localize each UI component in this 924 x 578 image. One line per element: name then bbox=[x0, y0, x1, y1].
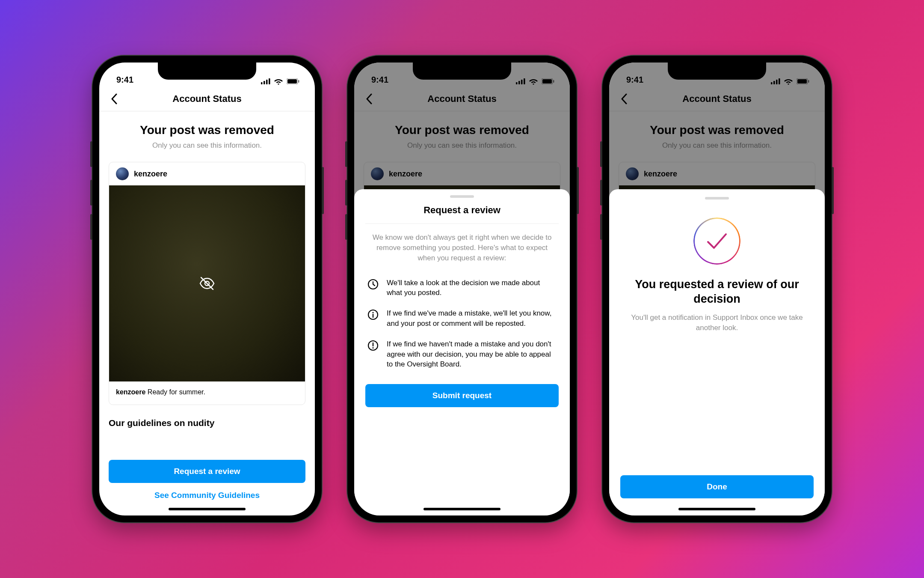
page-heading: Your post was removed bbox=[109, 123, 305, 137]
review-step-2: If we find we've made a mistake, we'll l… bbox=[365, 303, 559, 334]
removed-post-card: kenzoere kenzoere Ready for summer. bbox=[109, 162, 305, 405]
page-subtitle: Only you can see this information. bbox=[109, 141, 305, 150]
back-button[interactable] bbox=[618, 92, 631, 105]
status-indicators bbox=[771, 78, 809, 85]
review-confirmation-sheet: You requested a review of our decision Y… bbox=[609, 189, 825, 515]
alert-icon bbox=[367, 339, 379, 369]
clock-icon bbox=[367, 278, 379, 298]
svg-rect-10 bbox=[521, 80, 523, 84]
submit-request-button[interactable]: Submit request bbox=[365, 384, 559, 407]
post-caption: kenzoere Ready for summer. bbox=[109, 381, 305, 405]
status-indicators bbox=[516, 78, 554, 85]
sheet-title: Request a review bbox=[365, 205, 559, 224]
svg-rect-14 bbox=[553, 80, 554, 83]
home-indicator[interactable] bbox=[424, 508, 500, 510]
confirmation-title: You requested a review of our decision bbox=[620, 277, 814, 307]
page-heading: Your post was removed bbox=[364, 123, 560, 137]
avatar bbox=[371, 167, 384, 180]
svg-point-17 bbox=[372, 312, 373, 313]
nav-title: Account Status bbox=[427, 93, 496, 104]
svg-rect-3 bbox=[269, 78, 270, 84]
svg-rect-5 bbox=[287, 79, 297, 83]
device-notch bbox=[668, 63, 766, 80]
svg-rect-9 bbox=[518, 81, 520, 84]
svg-rect-8 bbox=[516, 82, 518, 84]
svg-rect-2 bbox=[266, 80, 268, 84]
back-button[interactable] bbox=[108, 92, 121, 105]
svg-rect-25 bbox=[797, 79, 807, 83]
nav-bar: Account Status bbox=[99, 86, 315, 111]
device-notch bbox=[158, 63, 256, 80]
chevron-left-icon bbox=[111, 93, 118, 104]
battery-icon bbox=[287, 78, 299, 84]
home-indicator[interactable] bbox=[678, 508, 755, 510]
post-username: kenzoere bbox=[644, 170, 677, 179]
status-time: 9:41 bbox=[626, 75, 643, 85]
svg-rect-6 bbox=[298, 80, 299, 83]
svg-rect-0 bbox=[261, 82, 263, 84]
svg-rect-22 bbox=[776, 80, 778, 84]
battery-icon bbox=[542, 78, 554, 84]
request-review-sheet: Request a review We know we don't always… bbox=[354, 189, 570, 515]
review-step-1: We'll take a look at the decision we mad… bbox=[365, 273, 559, 304]
status-time: 9:41 bbox=[116, 75, 133, 85]
svg-rect-26 bbox=[808, 80, 809, 83]
sheet-intro: We know we don't always get it right whe… bbox=[365, 224, 559, 272]
chevron-left-icon bbox=[621, 93, 628, 104]
svg-rect-1 bbox=[264, 81, 265, 84]
page-heading: Your post was removed bbox=[619, 123, 815, 137]
cellular-icon bbox=[771, 78, 780, 84]
wifi-icon bbox=[784, 78, 793, 85]
svg-rect-13 bbox=[542, 79, 552, 83]
svg-rect-21 bbox=[773, 81, 775, 84]
chevron-left-icon bbox=[366, 93, 373, 104]
nav-bar: Account Status bbox=[354, 86, 570, 111]
done-button[interactable]: Done bbox=[620, 475, 814, 498]
success-check-icon bbox=[693, 217, 740, 265]
post-username: kenzoere bbox=[389, 170, 422, 179]
avatar bbox=[626, 167, 639, 180]
svg-point-19 bbox=[372, 347, 373, 349]
avatar bbox=[116, 167, 129, 180]
cellular-icon bbox=[516, 78, 525, 84]
page-subtitle: Only you can see this information. bbox=[619, 141, 815, 150]
svg-rect-11 bbox=[524, 78, 525, 84]
svg-rect-23 bbox=[779, 78, 780, 84]
device-notch bbox=[413, 63, 511, 80]
nav-title: Account Status bbox=[172, 93, 241, 104]
sheet-handle[interactable] bbox=[450, 195, 474, 198]
sheet-handle[interactable] bbox=[705, 197, 729, 200]
page-subtitle: Only you can see this information. bbox=[364, 141, 560, 150]
post-header: kenzoere bbox=[109, 162, 305, 185]
wifi-icon bbox=[274, 78, 283, 85]
back-button[interactable] bbox=[363, 92, 376, 105]
confirmation-subtitle: You'll get a notification in Support Inb… bbox=[620, 313, 814, 333]
status-indicators bbox=[261, 78, 299, 85]
guidelines-heading: Our guidelines on nudity bbox=[109, 418, 305, 428]
phone-mockup-2: 9:41 Account Status Your post was remove… bbox=[347, 56, 577, 522]
nav-bar: Account Status bbox=[609, 86, 825, 111]
review-step-3: If we find we haven't made a mistake and… bbox=[365, 334, 559, 375]
status-time: 9:41 bbox=[371, 75, 388, 85]
cellular-icon bbox=[261, 78, 270, 84]
home-indicator[interactable] bbox=[169, 508, 246, 510]
svg-rect-20 bbox=[771, 82, 773, 84]
battery-icon bbox=[797, 78, 809, 84]
post-image-hidden bbox=[109, 185, 305, 381]
nav-title: Account Status bbox=[682, 93, 751, 104]
phone-mockup-1: 9:41 Account Status Your post was remove… bbox=[92, 56, 322, 522]
request-review-button[interactable]: Request a review bbox=[109, 460, 305, 483]
info-icon bbox=[367, 308, 379, 329]
post-username: kenzoere bbox=[134, 170, 167, 179]
wifi-icon bbox=[529, 78, 538, 85]
see-guidelines-link[interactable]: See Community Guidelines bbox=[109, 491, 305, 500]
phone-mockup-3: 9:41 Account Status Your post was remove… bbox=[602, 56, 832, 522]
eye-off-icon bbox=[198, 275, 216, 292]
